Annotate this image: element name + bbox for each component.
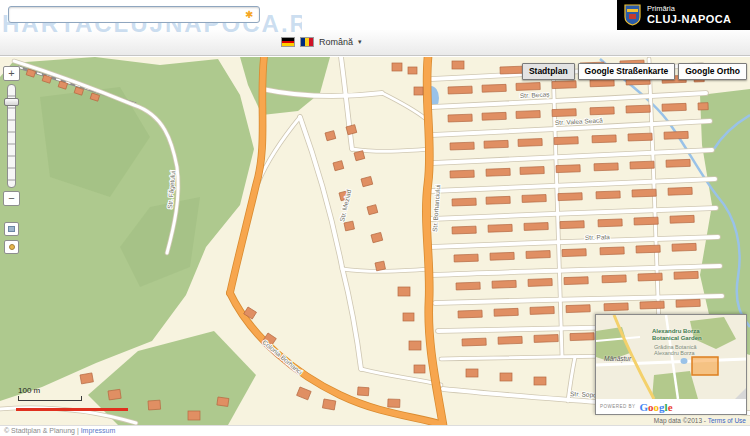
layer-switcher: Stadtplan Google Straßenkarte Google Ort… xyxy=(522,63,747,80)
building xyxy=(108,389,121,400)
building xyxy=(528,279,552,287)
layer-button-google-ortho[interactable]: Google Ortho xyxy=(678,63,747,80)
search-marker-icon[interactable]: ✱ xyxy=(245,9,253,20)
building xyxy=(698,103,708,110)
layers-icon xyxy=(8,226,15,232)
building xyxy=(590,79,614,87)
building xyxy=(414,87,423,95)
building xyxy=(598,219,622,227)
building xyxy=(414,365,425,373)
footer-separator: | xyxy=(77,427,79,434)
header: HARTACLUJNAPOCA.RO ✱ Primăria CLUJ-NAPOC… xyxy=(0,0,750,30)
building xyxy=(452,226,476,234)
building xyxy=(560,221,584,229)
overview-toggle-button[interactable] xyxy=(4,222,19,236)
german-flag-icon[interactable] xyxy=(281,37,295,47)
inset-collapse-button[interactable] xyxy=(735,388,746,399)
coat-of-arms-icon xyxy=(624,4,641,26)
building xyxy=(482,112,506,120)
building xyxy=(522,195,546,203)
overview-labels: MănășturAlexandru BorzaBotanical GardenG… xyxy=(596,315,746,399)
building xyxy=(676,299,700,307)
building xyxy=(148,400,161,410)
building xyxy=(448,86,472,94)
scale-bar xyxy=(18,396,82,401)
city-hall-logo: Primăria CLUJ-NAPOCA xyxy=(617,0,750,30)
building xyxy=(570,333,594,341)
language-switcher[interactable]: Română ▾ xyxy=(281,37,362,47)
my-location-button[interactable] xyxy=(4,240,19,254)
building xyxy=(357,387,369,396)
building xyxy=(558,193,582,201)
building xyxy=(488,224,512,232)
building xyxy=(604,303,628,311)
scale-label: 100 m xyxy=(18,386,40,395)
language-label[interactable]: Română xyxy=(319,37,353,47)
building xyxy=(448,114,472,122)
building xyxy=(668,187,692,195)
overview-map[interactable]: MănășturAlexandru BorzaBotanical GardenG… xyxy=(595,314,747,415)
building xyxy=(518,139,542,147)
building xyxy=(486,196,510,204)
building xyxy=(626,105,650,113)
brand-title: Primăria xyxy=(647,5,731,13)
romanian-flag-icon[interactable] xyxy=(300,37,314,47)
building xyxy=(638,273,662,281)
layer-button-google-strassenkarte[interactable]: Google Straßenkarte xyxy=(578,63,676,80)
zoom-out-button[interactable]: − xyxy=(3,191,20,206)
zoom-slider[interactable] xyxy=(7,84,16,188)
building xyxy=(530,307,554,315)
building xyxy=(556,165,580,173)
building xyxy=(552,81,576,89)
brand-subtitle: CLUJ-NAPOCA xyxy=(647,13,731,25)
building xyxy=(632,189,656,197)
building xyxy=(498,336,522,344)
page: HARTACLUJNAPOCA.RO ✱ Primăria CLUJ-NAPOC… xyxy=(0,0,750,436)
terms-of-use-link[interactable]: Terms of Use xyxy=(708,417,746,424)
building xyxy=(602,275,626,283)
building xyxy=(554,137,578,145)
building xyxy=(520,167,544,175)
building xyxy=(564,277,588,285)
map-extra-controls xyxy=(3,222,20,254)
building xyxy=(462,338,486,346)
building xyxy=(640,301,664,309)
powered-by-row: POWERED BY Google xyxy=(596,399,746,414)
building xyxy=(494,308,518,316)
building xyxy=(674,271,698,279)
search-input[interactable] xyxy=(8,6,260,23)
building xyxy=(398,287,410,296)
zoom-in-button[interactable]: + xyxy=(3,66,20,81)
building xyxy=(516,111,540,119)
layer-button-stadtplan[interactable]: Stadtplan xyxy=(522,63,575,80)
brand-text: Primăria CLUJ-NAPOCA xyxy=(647,5,731,25)
overview-map-canvas[interactable]: MănășturAlexandru BorzaBotanical GardenG… xyxy=(596,315,746,399)
building xyxy=(672,243,696,251)
footer-copyright: © Stadtplan & Planung xyxy=(4,427,75,434)
building xyxy=(636,245,660,253)
building xyxy=(409,341,421,350)
impressum-link[interactable]: Impressum xyxy=(81,427,116,434)
zoom-control: + − xyxy=(3,66,20,254)
zoom-slider-handle[interactable] xyxy=(4,98,19,106)
building xyxy=(594,163,618,171)
chevron-down-icon: ▾ xyxy=(358,38,362,46)
building xyxy=(592,135,616,143)
building xyxy=(344,221,354,231)
building xyxy=(450,170,474,178)
map-viewport[interactable]: Str. BorhanciuluiStr. MeziadStr. Valea S… xyxy=(0,57,750,425)
google-logo[interactable]: Google xyxy=(640,401,673,413)
building xyxy=(450,142,474,150)
building xyxy=(534,335,558,343)
building xyxy=(466,369,478,377)
street-label: Str. Pata xyxy=(585,233,611,241)
building xyxy=(217,397,229,406)
building xyxy=(524,223,548,231)
scale-control: 100 m xyxy=(18,386,82,401)
building xyxy=(500,373,512,381)
location-icon xyxy=(9,244,15,250)
powered-by-label: POWERED BY xyxy=(600,404,636,409)
building xyxy=(490,252,514,260)
building xyxy=(562,249,586,257)
inset-label: Alexandru Borza xyxy=(652,328,700,334)
